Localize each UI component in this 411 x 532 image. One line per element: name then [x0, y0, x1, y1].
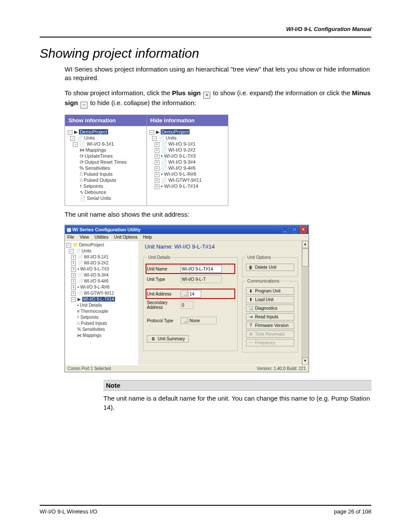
- minus-icon: −: [81, 102, 87, 109]
- scroll-down-icon[interactable]: ▾: [302, 358, 308, 365]
- tree-root[interactable]: DemoProject: [79, 243, 104, 247]
- tone-reversals-button: ⚙Tone Reversals: [246, 330, 294, 338]
- vertical-scrollbar[interactable]: ▴ ▾: [302, 241, 308, 365]
- tree-item: ⎍ Pulsed Inputs: [68, 171, 144, 177]
- delete-unit-button[interactable]: 🗑Delete Unit: [246, 264, 294, 271]
- col-header-show: Show information: [65, 115, 147, 126]
- tree-child[interactable]: Setpoints: [81, 315, 99, 320]
- scroll-thumb[interactable]: [302, 249, 308, 267]
- menubar[interactable]: File View Utilities Unit Options Help: [65, 234, 308, 241]
- tree-item[interactable]: WI-I/O 9-L-T#3: [80, 267, 109, 271]
- intro-paragraph: WI Series shows project information usin…: [65, 65, 371, 83]
- read-inputs-button[interactable]: ⇥Read Inputs: [246, 313, 294, 320]
- tree-child[interactable]: Mappings: [83, 333, 101, 338]
- tree-item[interactable]: WI-I/O 9-2#2: [84, 261, 109, 265]
- tree-item: ∿ Debounce: [68, 189, 144, 195]
- program-unit-button[interactable]: ⬇Program Unit: [246, 287, 294, 295]
- maximize-button[interactable]: □: [291, 226, 298, 233]
- unit-options-legend: Unit Options: [246, 255, 272, 260]
- config-utility-window: ▦ Wi Series Configuration Utility _ □ × …: [65, 225, 309, 372]
- tree-item[interactable]: WI-GTWY-9#11: [84, 291, 114, 296]
- window-titlebar[interactable]: ▦ Wi Series Configuration Utility _ □ ×: [65, 225, 308, 234]
- protocol-type-browse-button[interactable]: ...: [181, 317, 187, 324]
- firmware-version-button[interactable]: ?Firmware Version: [246, 322, 294, 329]
- load-unit-button[interactable]: ⬆Load Unit: [246, 296, 294, 303]
- header-rule: [40, 37, 371, 37]
- text-fragment: to show (i.e. expand) the information or…: [213, 89, 352, 96]
- tree-units[interactable]: Units: [81, 249, 91, 253]
- section-heading: Showing project information: [40, 46, 371, 61]
- tree-item[interactable]: WI-I/O 9-3#4: [84, 273, 109, 277]
- right-pane: Unit Name: WI-I/O 9-L-T#14 Unit Details …: [139, 241, 302, 365]
- tree-item: % Sensitivities: [68, 165, 144, 171]
- secondary-address-label: Secondary Address: [147, 300, 181, 310]
- tree-child[interactable]: Sensitivities: [82, 327, 105, 332]
- tree-item: ⋈ Mappings: [68, 147, 144, 153]
- header-title: WI-I/O 9-L Configuration Manual: [40, 26, 371, 32]
- communications-fieldset: Communications ⬇Program Unit ⬆Load Unit …: [242, 279, 298, 352]
- download-icon: ⬇: [248, 289, 253, 293]
- tree-item-selected[interactable]: WI-I/O 9-L-T#14: [82, 297, 115, 302]
- unit-summary-button[interactable]: 🗎Unit Summary: [147, 335, 189, 342]
- menu-file[interactable]: File: [67, 235, 74, 240]
- project-tree-pane[interactable]: − 📁 DemoProject − 📄 Units + 📄 WI-I/O 9-1…: [65, 241, 139, 365]
- window-title: Wi Series Configuration Utility: [72, 227, 140, 232]
- plus-sign-label: Plus sign: [172, 89, 201, 96]
- tree-item[interactable]: WI-I/O 9-4#6: [84, 279, 109, 283]
- diagnostics-icon: 🩺: [248, 306, 253, 311]
- footer-rule: [40, 505, 371, 506]
- unit-type-input: [181, 275, 222, 283]
- tree-child[interactable]: Pulsed Inputs: [81, 321, 107, 326]
- protocol-type-label: Protocol Type: [147, 318, 181, 323]
- unit-address-label: Unit Address: [147, 292, 181, 296]
- tree-child[interactable]: Thermocouple: [81, 309, 108, 314]
- unit-address-input[interactable]: [188, 290, 201, 298]
- text-fragment: To show project information, click the: [65, 89, 172, 96]
- unit-address-browse-button[interactable]: ...: [181, 290, 187, 297]
- unit-details-fieldset: Unit Details Unit Name Unit Type Unit Ad…: [143, 255, 238, 351]
- col-header-hide: Hide information: [146, 115, 228, 126]
- menu-view[interactable]: View: [80, 235, 89, 240]
- tree-item: + 📄 WI-I/O 9-4#6: [149, 165, 226, 171]
- diagnostics-button[interactable]: 🩺Diagnostics: [246, 305, 294, 312]
- menu-unit-options[interactable]: Unit Options: [114, 235, 137, 240]
- close-button[interactable]: ×: [300, 226, 307, 233]
- app-icon: ▦: [67, 227, 71, 232]
- after-table-text: The unit name also shows the unit addres…: [65, 210, 371, 219]
- inputs-icon: ⇥: [248, 314, 253, 319]
- summary-icon: 🗎: [151, 336, 156, 341]
- tree-item: − 📄 WI-I/O 9-1#1: [68, 141, 144, 147]
- scroll-up-icon[interactable]: ▴: [302, 241, 308, 248]
- menu-utilities[interactable]: Utilities: [94, 235, 108, 240]
- unit-options-fieldset: Unit Options 🗑Delete Unit: [242, 255, 298, 277]
- protocol-type-input: [188, 317, 217, 324]
- tree-item: ⎍ Pulsed Outputs: [68, 177, 144, 183]
- tree-item: + ▪ WI-I/O 9-L-T#14: [149, 183, 226, 189]
- tree-item[interactable]: WI-I/O 9-1#1: [84, 255, 109, 259]
- info-icon: ?: [248, 323, 253, 328]
- trash-icon: 🗑: [248, 265, 253, 270]
- unit-details-legend: Unit Details: [147, 255, 171, 260]
- footer-left: WI-I/O 9-L Wireless I/O: [40, 508, 97, 515]
- statusbar: Comm Port 1 Selected Version: 1.40.0 Bui…: [65, 365, 308, 372]
- minimize-button[interactable]: _: [282, 226, 289, 233]
- tree-root: − ▶ DemoProject: [68, 129, 144, 135]
- secondary-address-input: [181, 301, 193, 309]
- tree-root: − ▶ DemoProject: [149, 129, 226, 135]
- frequency-icon: 〰: [248, 340, 253, 345]
- tree-item: + 📄 WI-I/O 9-2#2: [149, 147, 226, 153]
- status-right: Version: 1.40.0 Build: 221: [257, 366, 306, 371]
- menu-help[interactable]: Help: [143, 235, 152, 240]
- tree-item: + 📄 WI-I/O 9-1#1: [149, 141, 226, 147]
- tree-child[interactable]: Unit Details: [80, 303, 102, 308]
- frequency-button: 〰Frequency: [246, 339, 294, 346]
- unit-name-input[interactable]: [181, 265, 222, 273]
- status-left: Comm Port 1 Selected: [68, 366, 111, 371]
- tree-item[interactable]: WI-I/O 9-L-R#8: [80, 285, 109, 289]
- hide-tree-cell: − ▶ DemoProject − 📄 Units + 📄 WI-I/O 9-1…: [146, 126, 228, 206]
- tree-units: − 📄 Units: [149, 135, 226, 141]
- plus-icon: +: [203, 92, 210, 99]
- unit-type-label: Unit Type: [147, 277, 181, 282]
- tree-item: + ▪ WI-I/O 9-L-R#8: [149, 171, 226, 177]
- tone-icon: ⚙: [248, 332, 253, 336]
